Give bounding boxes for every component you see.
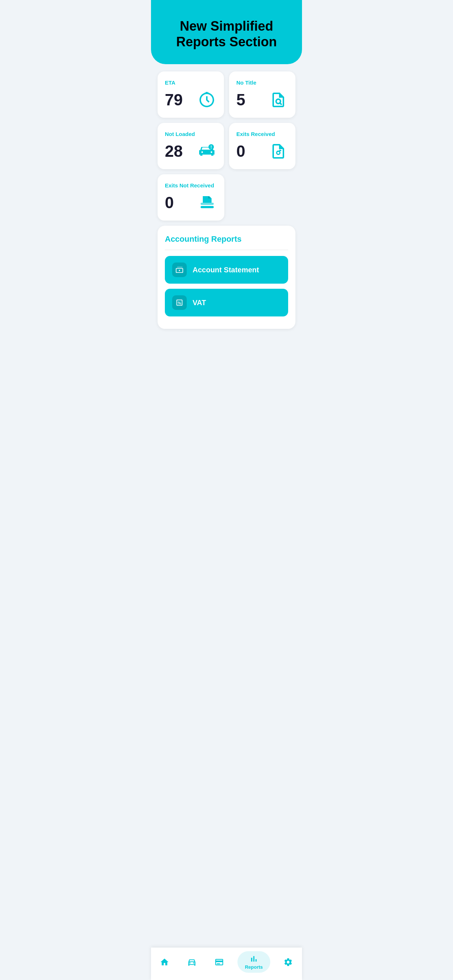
doc-stack-icon: [197, 193, 217, 213]
stat-value-notitle: 5: [236, 91, 245, 109]
stat-card-notloaded[interactable]: Not Loaded 28 !: [158, 123, 224, 169]
stat-row-notitle: 5: [236, 90, 288, 110]
svg-rect-5: [201, 206, 214, 208]
car-alert-icon: !: [197, 142, 217, 161]
timer-icon: [197, 90, 217, 110]
page-title: New Simplified Reports Section: [162, 18, 291, 49]
stats-grid-row1: ETA 79 No Title 5: [158, 72, 295, 118]
stat-row-exits-not-received: 0: [165, 193, 217, 213]
stat-value-eta: 79: [165, 91, 183, 109]
wallet-icon: [172, 262, 187, 277]
stat-label-notloaded: Not Loaded: [165, 131, 217, 137]
svg-rect-6: [201, 203, 214, 205]
header: New Simplified Reports Section: [151, 0, 302, 64]
stat-label-exits-received: Exits Received: [236, 131, 288, 137]
stat-value-exits-received: 0: [236, 142, 245, 161]
svg-line-2: [280, 103, 281, 105]
stat-card-exits-received[interactable]: Exits Received 0: [229, 123, 295, 169]
svg-text:%: %: [178, 301, 181, 305]
stat-card-exits-not-received[interactable]: Exits Not Received 0: [158, 174, 224, 221]
accounting-title: Accounting Reports: [165, 234, 288, 244]
accounting-section: Accounting Reports Account Statement % V…: [158, 226, 295, 329]
vat-label: VAT: [193, 299, 206, 307]
percent-icon: %: [172, 295, 187, 310]
stat-value-notloaded: 28: [165, 142, 183, 161]
stat-card-eta[interactable]: ETA 79: [158, 72, 224, 118]
svg-text:!: !: [211, 145, 212, 150]
stat-row-eta: 79: [165, 90, 217, 110]
search-doc-icon: [268, 90, 288, 110]
stat-label-exits-not-received: Exits Not Received: [165, 182, 217, 188]
stat-row-exits-received: 0: [236, 142, 288, 161]
stat-row-notloaded: 28 !: [165, 142, 217, 161]
stat-label-eta: ETA: [165, 80, 217, 86]
account-statement-button[interactable]: Account Statement: [165, 256, 288, 284]
account-statement-label: Account Statement: [193, 266, 259, 274]
stat-card-notitle[interactable]: No Title 5: [229, 72, 295, 118]
vat-button[interactable]: % VAT: [165, 289, 288, 317]
section-divider: [165, 250, 288, 250]
stat-value-exits-not-received: 0: [165, 194, 174, 212]
stats-grid-row2: Not Loaded 28 ! Exits Received 0: [158, 123, 295, 169]
main-content: ETA 79 No Title 5: [151, 64, 302, 365]
stat-label-notitle: No Title: [236, 80, 288, 86]
doc-refresh-icon: [268, 142, 288, 161]
